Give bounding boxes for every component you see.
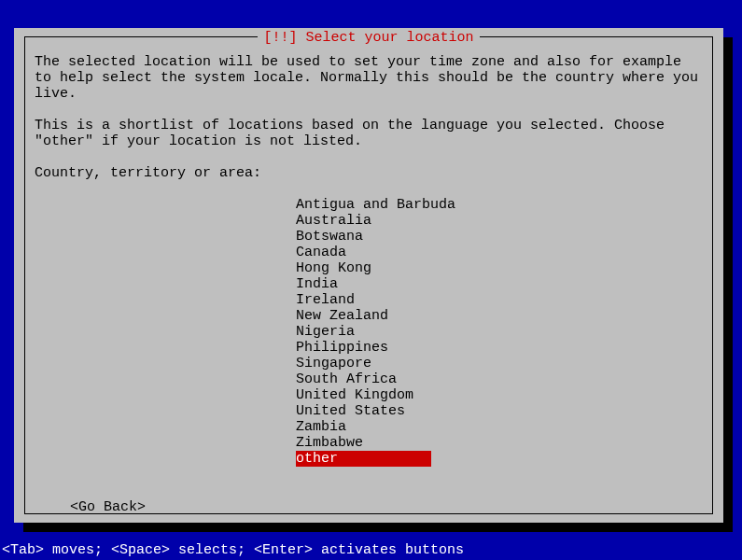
go-back-button[interactable]: <Go Back>	[70, 499, 146, 515]
dialog: [!!] Select your location The selected l…	[14, 28, 723, 523]
intro-paragraph-2: This is a shortlist of locations based o…	[35, 118, 703, 149]
location-list: Antigua and BarbudaAustraliaBotswanaCana…	[296, 197, 703, 467]
list-item[interactable]: Zimbabwe	[296, 435, 703, 451]
status-bar: <Tab> moves; <Space> selects; <Enter> ac…	[2, 542, 464, 558]
list-item[interactable]: Philippines	[296, 340, 703, 356]
list-item[interactable]: Zambia	[296, 419, 703, 435]
list-item[interactable]: Hong Kong	[296, 260, 703, 276]
list-item[interactable]: United Kingdom	[296, 387, 703, 403]
list-item[interactable]: New Zealand	[296, 308, 703, 324]
list-item[interactable]: South Africa	[296, 371, 703, 387]
intro-paragraph-1: The selected location will be used to se…	[35, 54, 703, 102]
list-item[interactable]: Botswana	[296, 229, 703, 245]
dialog-content: The selected location will be used to se…	[35, 54, 703, 467]
list-prompt: Country, territory or area:	[35, 165, 703, 181]
list-item[interactable]: other	[296, 451, 431, 467]
list-item[interactable]: Antigua and Barbuda	[296, 197, 703, 213]
list-item[interactable]: Australia	[296, 213, 703, 229]
list-item[interactable]: India	[296, 276, 703, 292]
list-item[interactable]: United States	[296, 403, 703, 419]
dialog-title: [!!] Select your location	[258, 30, 479, 46]
list-item[interactable]: Canada	[296, 245, 703, 260]
list-item[interactable]: Ireland	[296, 292, 703, 308]
list-item[interactable]: Singapore	[296, 356, 703, 371]
list-item[interactable]: Nigeria	[296, 324, 703, 340]
